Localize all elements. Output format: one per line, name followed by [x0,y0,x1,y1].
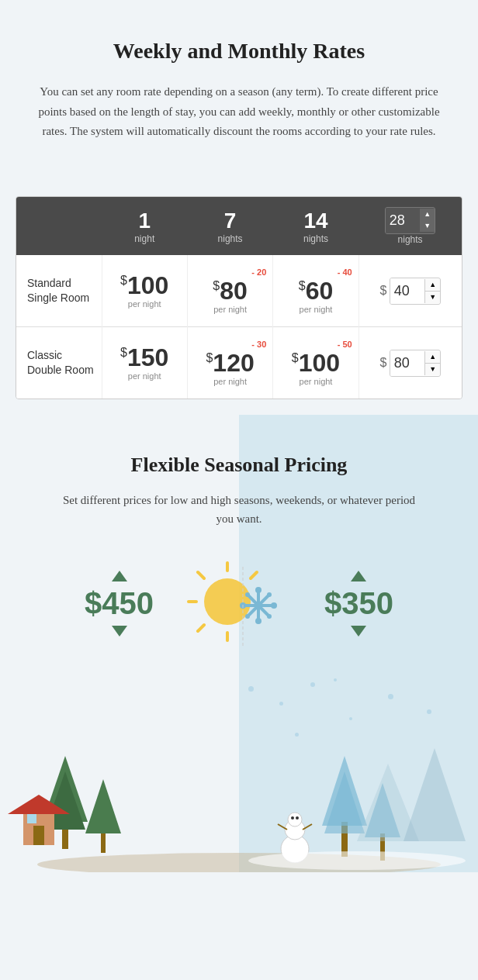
svg-point-34 [296,816,299,820]
seasonal-section: Flexible Seasonal Pricing Set different … [0,415,478,872]
classic-price-28: $ ▲ ▼ [358,327,462,399]
summer-price-value: $450 [85,586,154,621]
nights-increment[interactable]: ▲ [420,209,435,220]
header-empty [16,197,102,256]
rates-title: Weekly and Monthly Rates [16,39,462,64]
svg-line-5 [251,572,257,578]
classic-price-7: - 30 $120 per night [187,327,272,399]
svg-point-32 [288,813,302,826]
standard-price-spinner[interactable]: ▲ ▼ [390,278,441,305]
standard-price-down[interactable]: ▼ [425,292,440,303]
svg-line-4 [198,572,204,578]
summer-price-control: $450 [85,571,154,637]
classic-price-up[interactable]: ▲ [425,351,440,364]
svg-marker-43 [404,748,466,841]
standard-price-up[interactable]: ▲ [425,279,440,292]
rates-description: You can set any room rate depending on a… [29,82,449,142]
winter-price-up-arrow[interactable] [351,571,366,581]
seasonal-illustration [177,551,301,655]
classic-price-14: - 50 $100 per night [273,327,358,399]
svg-marker-24 [85,779,121,833]
seasonal-image-area [0,671,478,872]
nights-decrement[interactable]: ▼ [420,220,435,232]
table-row: Classic Double Room $150 per night - 30 … [16,327,462,399]
svg-point-11 [255,587,262,593]
nights-spinner[interactable]: ▲ ▼ [385,207,435,234]
nights-input[interactable] [386,208,420,233]
winter-price-down-arrow[interactable] [351,626,366,637]
rates-section: Weekly and Monthly Rates You can set any… [0,0,478,173]
svg-rect-28 [27,814,36,823]
svg-point-12 [255,618,262,624]
svg-point-16 [267,614,272,619]
svg-line-6 [198,625,204,631]
classic-price-spinner[interactable]: ▲ ▼ [390,350,441,377]
table-header-row: 1 night 7 nights 14 nights [16,197,462,256]
svg-point-0 [204,578,251,625]
svg-point-44 [248,851,466,870]
header-7-nights: 7 nights [187,197,272,256]
nights-spin-buttons: ▲ ▼ [420,209,435,232]
classic-price-input[interactable] [390,350,424,376]
svg-rect-27 [33,826,44,845]
room-name-classic: Classic Double Room [16,327,102,399]
svg-point-17 [245,614,250,619]
standard-price-input[interactable] [390,278,424,304]
pricing-display: $450 [0,551,478,655]
standard-price-14: - 40 $60 per night [273,255,358,327]
table-row: Standard Single Room $100 per night - 20… [16,255,462,327]
svg-point-14 [271,602,277,609]
header-1-night: 1 night [102,197,187,256]
svg-point-15 [245,592,250,597]
rates-table: 1 night 7 nights 14 nights [16,197,462,399]
winter-price-control: $350 [324,571,393,637]
seasonal-title: Flexible Seasonal Pricing [0,454,478,477]
classic-price-down[interactable]: ▼ [425,364,440,375]
summer-price-down-arrow[interactable] [112,626,127,637]
svg-point-18 [267,592,272,597]
room-name-standard: Standard Single Room [16,255,102,327]
header-28-nights: ▲ ▼ nights [358,197,462,256]
seasonal-description: Set different prices for low and high se… [53,491,425,528]
header-14-nights: 14 nights [273,197,358,256]
standard-price-1: $100 per night [102,255,187,327]
summer-price-up-arrow[interactable] [112,571,127,581]
winter-price-value: $350 [324,586,393,621]
svg-point-33 [291,816,294,820]
classic-price-1: $150 per night [102,327,187,399]
rates-table-wrapper: 1 night 7 nights 14 nights [16,196,462,400]
standard-price-28: $ ▲ ▼ [358,255,462,327]
standard-price-7: - 20 $80 per night [187,255,272,327]
